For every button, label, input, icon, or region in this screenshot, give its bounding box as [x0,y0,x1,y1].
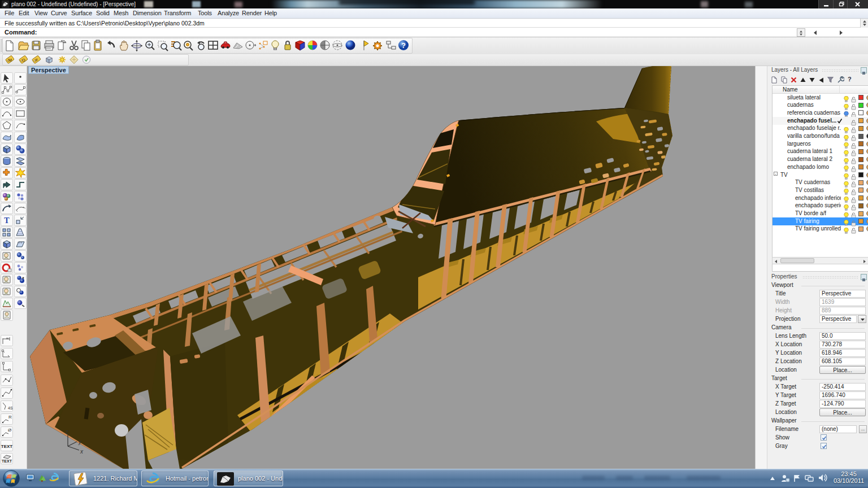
svg-text:TEXT: TEXT [1,444,13,449]
svg-text:?: ? [401,41,406,50]
svg-text:T: T [4,216,10,225]
svg-text:TEXT: TEXT [2,459,12,463]
svg-text:R: R [8,415,12,420]
svg-text:y: y [78,439,82,445]
svg-text:O: O [22,58,25,63]
svg-text:z: z [65,429,68,435]
svg-text:4S: 4S [8,406,13,410]
svg-text:x: x [80,448,84,455]
svg-text:F: F [35,58,38,63]
svg-text:M: M [8,58,12,63]
svg-text:Ø: Ø [8,428,11,433]
